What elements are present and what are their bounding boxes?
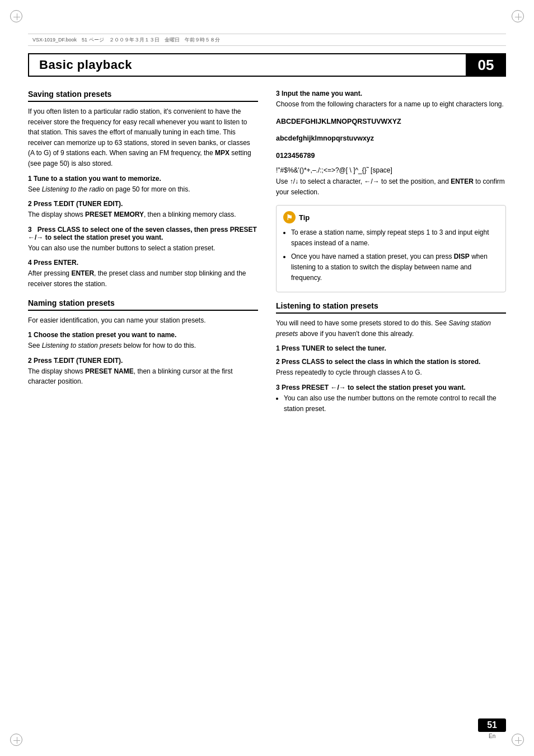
mpx-bold: MPX <box>215 149 229 157</box>
tip-box: ⚑ Tip To erase a station name, simply re… <box>276 205 506 292</box>
saving-step2: 2 Press T.EDIT (TUNER EDIT). The display… <box>28 200 258 220</box>
listening-presets-title: Listening to station presets <box>276 301 506 314</box>
cross-mark-bl <box>13 736 21 744</box>
naming-presets-intro: For easier identification, you can name … <box>28 315 258 326</box>
naming-step2: 2 Press T.EDIT (TUNER EDIT). The display… <box>28 357 258 387</box>
header-bar: VSX-1019_DF.book 51 ページ ２００９年３月１３日 金曜日 午… <box>28 34 506 46</box>
left-column: Saving station presets If you often list… <box>28 90 258 419</box>
saving-presets-intro: If you often listen to a particular radi… <box>28 106 258 169</box>
chapter-number: 05 <box>478 57 494 74</box>
listening-step3-heading: 3 Press PRESET ←/→ to select the station… <box>276 384 506 391</box>
listening-step1-heading: 1 Press TUNER to select the tuner. <box>276 344 506 352</box>
corner-decoration-br <box>512 734 524 746</box>
saving-step2-heading: 2 Press T.EDIT (TUNER EDIT). <box>28 200 258 208</box>
listening-step2-body: Press repeatedly to cycle through classe… <box>276 367 506 378</box>
input-step3: 3 Input the name you want. Choose from t… <box>276 90 506 110</box>
right-column: 3 Input the name you want. Choose from t… <box>276 90 506 419</box>
corner-decoration-bl <box>10 734 22 746</box>
chars-upper: ABCDEFGHIJKLMNOPQRSTUVWXYZ <box>276 115 506 128</box>
tip-body: To erase a station name, simply repeat s… <box>283 227 499 283</box>
saving-step3-heading: 3 Press CLASS to select one of the seven… <box>28 226 258 241</box>
tip-bullet1: To erase a station name, simply repeat s… <box>291 227 499 248</box>
naming-step1-heading: 1 Choose the station preset you want to … <box>28 331 258 339</box>
chars-digits: 0123456789 <box>276 150 506 162</box>
listening-presets-intro: You will need to have some presets store… <box>276 318 506 339</box>
listening-step3-body: You can also use the number buttons on t… <box>276 393 506 414</box>
naming-presets-title: Naming station presets <box>28 298 258 311</box>
saving-step3-body: You can also use the number buttons to s… <box>28 243 258 254</box>
cross-mark-tl <box>13 13 21 21</box>
listening-step3: 3 Press PRESET ←/→ to select the station… <box>276 384 506 414</box>
saving-step2-body: The display shows PRESET MEMORY, then a … <box>28 209 258 220</box>
listening-step2: 2 Press CLASS to select the class in whi… <box>276 358 506 378</box>
naming-step2-body: The display shows PRESET NAME, then a bl… <box>28 366 258 387</box>
input-step3-body: Choose from the following characters for… <box>276 99 506 110</box>
corner-decoration-tl <box>10 10 22 22</box>
listening-step1: 1 Press TUNER to select the tuner. <box>276 344 506 352</box>
header-file-info: VSX-1019_DF.book 51 ページ ２００９年３月１３日 金曜日 午… <box>28 36 220 44</box>
saving-step4: 4 Press ENTER. After pressing ENTER, the… <box>28 259 258 289</box>
saving-step4-body: After pressing ENTER, the preset class a… <box>28 268 258 289</box>
cross-mark-br <box>514 736 522 744</box>
corner-decoration-tr <box>512 10 524 22</box>
chapter-title-box: Basic playback <box>28 53 466 77</box>
chars-special: !"#$%&'()*+,–./:;<=>?@[ \ ]^_{}˜ [space] <box>276 166 506 174</box>
page-lang: En <box>489 733 495 739</box>
chapter-header: Basic playback 05 <box>28 53 506 77</box>
naming-step1-body: See Listening to station presets below f… <box>28 340 258 351</box>
input-step3-heading: 3 Input the name you want. <box>276 90 506 97</box>
saving-step1-body: See Listening to the radio on page 50 fo… <box>28 184 258 195</box>
saving-step4-heading: 4 Press ENTER. <box>28 259 258 267</box>
tip-icon: ⚑ <box>283 211 296 223</box>
naming-step2-heading: 2 Press T.EDIT (TUNER EDIT). <box>28 357 258 365</box>
tip-label: Tip <box>299 213 310 222</box>
naming-step1: 1 Choose the station preset you want to … <box>28 331 258 351</box>
saving-presets-title: Saving station presets <box>28 90 258 102</box>
chapter-number-box: 05 <box>466 53 506 77</box>
saving-step3: 3 Press CLASS to select one of the seven… <box>28 226 258 254</box>
saving-step1-heading: 1 Tune to a station you want to memorize… <box>28 175 258 183</box>
chars-lower: abcdefghijklmnopqrstuvwxyz <box>276 132 506 145</box>
cross-mark-tr <box>514 13 522 21</box>
tip-bullet2: Once you have named a station preset, yo… <box>291 251 499 283</box>
content-area: Saving station presets If you often list… <box>28 90 506 419</box>
listening-step2-heading: 2 Press CLASS to select the class in whi… <box>276 358 506 366</box>
input-instruction: Use ↑/↓ to select a character, ←/→ to se… <box>276 176 506 197</box>
listening-step3-bullet: You can also use the number buttons on t… <box>284 393 506 414</box>
tip-header: ⚑ Tip <box>283 211 499 223</box>
page-number-box: 51 En <box>478 718 506 739</box>
page-number: 51 <box>478 718 506 732</box>
chapter-title: Basic playback <box>39 58 132 72</box>
saving-step1: 1 Tune to a station you want to memorize… <box>28 175 258 195</box>
